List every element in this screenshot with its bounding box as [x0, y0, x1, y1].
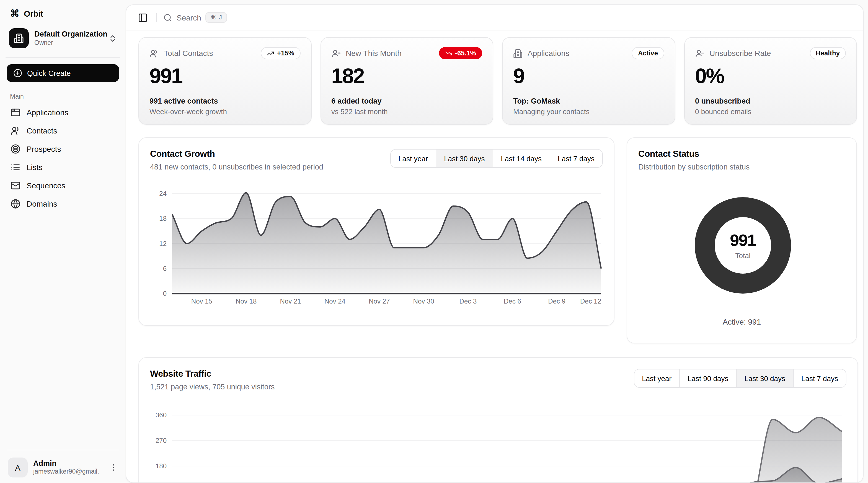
status-badge: Healthy	[810, 47, 846, 59]
list-icon	[10, 162, 21, 172]
stat-card-unsubscribe-rate: Unsubscribe Rate Healthy 0% 0 unsubscrib…	[684, 37, 857, 125]
topbar-divider	[156, 13, 157, 22]
contact-status-donut: 991 Total	[693, 195, 793, 295]
x-axis-tick-label: Dec 6	[504, 297, 521, 305]
y-axis-tick-label: 6	[163, 265, 166, 272]
stat-line2: vs 522 last month	[331, 108, 482, 116]
stat-cards-row: Total Contacts +15% 991 991 active conta…	[138, 37, 857, 125]
y-axis-tick-label: 270	[156, 437, 166, 444]
sidebar-item-domains[interactable]: Domains	[7, 195, 119, 212]
user-menu[interactable]: A Admin jameswalker90@gmail.co...	[7, 455, 119, 480]
app-logo: ⌘ Orbit	[7, 4, 119, 22]
x-axis-tick-label: Nov 27	[369, 297, 390, 305]
sidebar-item-lists[interactable]: Lists	[7, 159, 119, 176]
range-last-7-days-button[interactable]: Last 7 days	[550, 150, 602, 167]
sidebar-nav: Applications Contacts Prospects Lists Se…	[7, 104, 119, 212]
x-axis-tick-label: Nov 15	[191, 297, 212, 305]
app-name: Orbit	[24, 9, 43, 18]
dashboard-content: Total Contacts +15% 991 991 active conta…	[126, 30, 863, 483]
range-last-year-button[interactable]: Last year	[634, 369, 679, 387]
area-fill	[172, 467, 842, 483]
y-axis-tick-label: 180	[156, 462, 166, 470]
mail-icon	[10, 181, 21, 190]
stat-value: 182	[331, 64, 482, 88]
x-axis-tick-label: Dec 3	[460, 297, 477, 305]
contact-growth-subtitle: 481 new contacts, 0 unsubscribes in sele…	[150, 163, 323, 171]
stat-card-applications: Applications Active 9 Top: GoMask Managi…	[502, 37, 675, 125]
x-axis-tick-label: Nov 24	[324, 297, 345, 305]
avatar: A	[8, 457, 28, 478]
stat-card-new-this-month: New This Month -65.1% 182 6 added today …	[320, 37, 493, 125]
users-icon	[150, 49, 159, 58]
contact-status-title: Contact Status	[638, 149, 845, 159]
y-axis-tick-label: 360	[156, 411, 166, 419]
target-icon	[10, 144, 21, 154]
user-email: jameswalker90@gmail.co...	[33, 468, 98, 476]
trend-badge: -65.1%	[439, 47, 482, 59]
contact-growth-title: Contact Growth	[150, 149, 323, 159]
kebab-menu-icon[interactable]	[109, 463, 118, 472]
y-axis-tick-label: 0	[163, 290, 166, 297]
website-traffic-chart: 180270360	[150, 391, 847, 483]
traffic-range-selector: Last year Last 90 days Last 30 days Last…	[633, 369, 846, 388]
stat-value: 9	[513, 64, 664, 88]
area-line	[172, 417, 842, 483]
growth-range-selector: Last year Last 30 days Last 14 days Last…	[390, 149, 603, 168]
stat-line2: Week-over-week growth	[150, 108, 300, 116]
contact-growth-card: Contact Growth 481 new contacts, 0 unsub…	[138, 138, 615, 326]
sidebar-item-applications[interactable]: Applications	[7, 104, 119, 121]
stat-line1: 0 unsubscribed	[695, 97, 846, 105]
chevrons-up-down-icon	[108, 34, 117, 42]
donut-legend: Active: 991	[627, 318, 857, 326]
topbar: Search ⌘ J	[126, 5, 863, 30]
panel-left-icon	[138, 12, 148, 23]
y-axis-tick-label: 24	[159, 190, 166, 197]
contact-status-card: Contact Status Distribution by subscript…	[627, 138, 857, 343]
stat-line1: 991 active contacts	[150, 97, 300, 105]
contact-growth-chart: 06121824Nov 15Nov 18Nov 21Nov 24Nov 27No…	[150, 183, 604, 310]
sidebar-item-prospects[interactable]: Prospects	[7, 141, 119, 157]
building-icon	[513, 49, 523, 58]
org-switcher[interactable]: Default Organization Owner	[7, 25, 119, 52]
x-axis-tick-label: Nov 18	[236, 297, 256, 305]
trend-badge: +15%	[261, 47, 300, 59]
donut-total-label: Total	[736, 251, 751, 260]
trending-down-icon	[445, 50, 452, 57]
x-axis-tick-label: Nov 30	[413, 297, 434, 305]
main-panel: Search ⌘ J Total Contacts +15% 991	[126, 4, 864, 483]
search-shortcut: ⌘ J	[206, 12, 227, 23]
stat-line1: 6 added today	[331, 97, 482, 105]
website-traffic-title: Website Traffic	[150, 369, 275, 379]
range-last-30-days-button[interactable]: Last 30 days	[736, 369, 793, 387]
sidebar-toggle-button[interactable]	[135, 10, 151, 25]
charts-row: Contact Growth 481 new contacts, 0 unsub…	[138, 138, 857, 343]
stat-line1: Top: GoMask	[513, 97, 664, 105]
range-last-year-button[interactable]: Last year	[391, 150, 436, 167]
command-logo-icon: ⌘	[10, 9, 20, 18]
range-last-7-days-button[interactable]: Last 7 days	[793, 369, 846, 387]
trending-up-icon	[267, 50, 274, 57]
orbit-dashboard: ⌘ Orbit Default Organization Owner Quick…	[0, 0, 868, 483]
user-name: Admin	[33, 459, 98, 468]
plus-circle-icon	[13, 69, 22, 78]
sidebar-item-sequences[interactable]: Sequences	[7, 177, 119, 194]
contact-status-subtitle: Distribution by subscription status	[638, 163, 845, 171]
app-window-icon	[10, 108, 21, 117]
user-plus-icon	[331, 49, 341, 58]
range-last-14-days-button[interactable]: Last 14 days	[493, 150, 550, 167]
range-last-30-days-button[interactable]: Last 30 days	[436, 150, 492, 167]
x-axis-tick-label: Nov 21	[280, 297, 301, 305]
stat-value: 991	[150, 64, 300, 88]
y-axis-tick-label: 12	[159, 240, 166, 247]
search-input[interactable]: Search ⌘ J	[163, 12, 227, 23]
org-role: Owner	[34, 39, 103, 47]
website-traffic-card: Website Traffic 1,521 page views, 705 un…	[138, 357, 858, 483]
sidebar-item-contacts[interactable]: Contacts	[7, 122, 119, 139]
status-badge: Active	[632, 47, 664, 59]
stat-value: 0%	[695, 64, 846, 88]
nav-section-label: Main	[10, 93, 119, 100]
quick-create-button[interactable]: Quick Create	[7, 64, 119, 82]
range-last-90-days-button[interactable]: Last 90 days	[679, 369, 736, 387]
website-traffic-subtitle: 1,521 page views, 705 unique visitors	[150, 383, 275, 391]
sidebar-footer: A Admin jameswalker90@gmail.co...	[7, 450, 119, 480]
